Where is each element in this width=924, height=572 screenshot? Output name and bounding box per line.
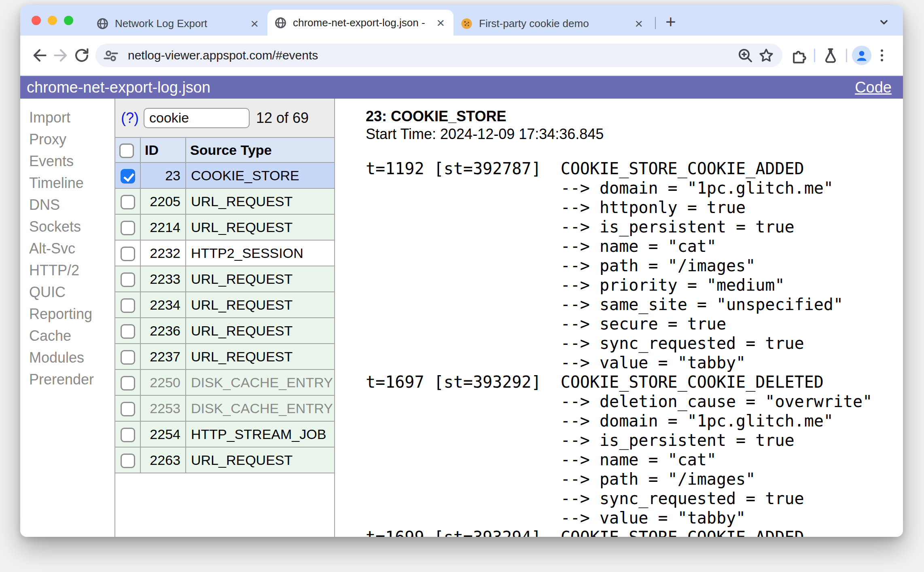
row-id: 2250 <box>140 369 186 395</box>
sidebar-item-dns[interactable]: DNS <box>20 194 114 216</box>
tab-label: First-party cookie demo <box>479 17 627 30</box>
globe-icon <box>274 16 287 30</box>
table-row[interactable]: 23 COOKIE_STORE <box>115 163 334 188</box>
profile-button[interactable] <box>852 46 871 65</box>
row-source-type: URL_REQUEST <box>186 344 334 369</box>
sidebar-item-prerender[interactable]: Prerender <box>20 369 114 390</box>
tab-close-button[interactable]: × <box>632 17 645 30</box>
forward-arrow-icon <box>52 46 70 64</box>
bookmark-button[interactable] <box>756 45 777 66</box>
table-row[interactable]: 2250 DISK_CACHE_ENTRY <box>115 369 334 395</box>
sidebar-item-sockets[interactable]: Sockets <box>20 216 114 238</box>
row-checkbox[interactable] <box>121 376 135 390</box>
detail-title: 23: COOKIE_STORE <box>366 108 903 125</box>
extensions-button[interactable] <box>788 45 809 66</box>
row-id: 2254 <box>140 421 186 447</box>
table-row[interactable]: 2232 HTTP2_SESSION <box>115 240 334 266</box>
row-checkbox[interactable] <box>121 272 135 287</box>
flask-icon <box>822 46 839 64</box>
row-id: 23 <box>140 163 186 188</box>
sidebar-item-reporting[interactable]: Reporting <box>20 303 114 325</box>
traffic-light-zoom-button[interactable] <box>64 16 73 25</box>
row-source-type: HTTP2_SESSION <box>186 240 334 266</box>
tab-close-button[interactable]: × <box>434 16 447 30</box>
code-link[interactable]: Code <box>855 79 892 96</box>
table-row[interactable]: 2236 URL_REQUEST <box>115 318 334 344</box>
browser-toolbar: netlog-viewer.appspot.com/#events <box>20 36 903 76</box>
sidebar-item-modules[interactable]: Modules <box>20 347 114 369</box>
event-list-empty-space <box>115 473 334 537</box>
new-tab-button[interactable]: + <box>659 13 682 31</box>
reload-icon <box>73 46 91 64</box>
row-checkbox[interactable] <box>121 221 135 235</box>
event-detail-pane: 23: COOKIE_STORE Start Time: 2024-12-09 … <box>335 99 903 537</box>
url-text[interactable]: netlog-viewer.appspot.com/#events <box>128 49 735 62</box>
tab-network-log-export[interactable]: Network Log Export × <box>89 11 267 36</box>
tab-close-button[interactable]: × <box>248 17 261 30</box>
table-row[interactable]: 2205 URL_REQUEST <box>115 188 334 214</box>
row-checkbox[interactable] <box>121 324 135 339</box>
table-row[interactable]: 2253 DISK_CACHE_ENTRY <box>115 395 334 421</box>
row-checkbox[interactable] <box>121 169 135 184</box>
reload-button[interactable] <box>71 45 92 66</box>
forward-button[interactable] <box>50 45 71 66</box>
row-checkbox[interactable] <box>121 428 135 442</box>
row-source-type: URL_REQUEST <box>186 318 334 344</box>
row-id: 2232 <box>140 240 186 266</box>
browser-menu-button[interactable] <box>871 45 892 66</box>
sidebar-item-alt-svc[interactable]: Alt-Svc <box>20 238 114 260</box>
row-id: 2205 <box>140 188 186 214</box>
tab-search-chevron-button[interactable] <box>877 15 891 29</box>
table-header-row: ID Source Type <box>115 137 334 163</box>
row-checkbox[interactable] <box>121 402 135 416</box>
row-source-type: COOKIE_STORE <box>186 163 334 188</box>
sidebar-item-cache[interactable]: Cache <box>20 325 114 347</box>
omnibox[interactable]: netlog-viewer.appspot.com/#events <box>95 44 782 67</box>
table-row[interactable]: 2237 URL_REQUEST <box>115 344 334 369</box>
star-icon <box>758 47 775 64</box>
sidebar-item-import[interactable]: Import <box>20 107 114 129</box>
magnifier-plus-icon <box>737 47 754 64</box>
table-row[interactable]: 2233 URL_REQUEST <box>115 266 334 292</box>
row-id: 2233 <box>140 266 186 292</box>
globe-icon <box>96 17 109 30</box>
filter-input[interactable] <box>144 108 250 128</box>
row-source-type: URL_REQUEST <box>186 214 334 240</box>
back-button[interactable] <box>29 45 50 66</box>
zoom-button[interactable] <box>735 45 756 66</box>
row-checkbox[interactable] <box>121 195 135 209</box>
chrome-labs-button[interactable] <box>820 45 841 66</box>
toolbar-divider <box>846 49 847 62</box>
table-row[interactable]: 2214 URL_REQUEST <box>115 214 334 240</box>
window-controls <box>20 5 89 36</box>
row-checkbox-cell <box>115 421 140 447</box>
table-row[interactable]: 2263 URL_REQUEST <box>115 447 334 473</box>
row-checkbox[interactable] <box>121 298 135 313</box>
sidebar-item-proxy[interactable]: Proxy <box>20 129 114 150</box>
traffic-light-minimize-button[interactable] <box>48 16 57 25</box>
event-table: ID Source Type 23 COOKIE_STORE 2205 URL_… <box>115 137 334 473</box>
table-row[interactable]: 2254 HTTP_STREAM_JOB <box>115 421 334 447</box>
tab-chrome-net-export-log[interactable]: chrome-net-export-log.json - × <box>267 10 454 36</box>
table-row[interactable]: 2234 URL_REQUEST <box>115 292 334 318</box>
filter-result-count: 12 of 69 <box>256 110 309 127</box>
browser-window: Network Log Export × chrome-net-export-l… <box>20 5 903 537</box>
row-checkbox-cell <box>115 318 140 344</box>
row-source-type: URL_REQUEST <box>186 266 334 292</box>
filter-help-link[interactable]: (?) <box>121 110 139 127</box>
site-info-button[interactable] <box>100 45 121 66</box>
select-all-cell <box>115 137 140 163</box>
row-id: 2253 <box>140 395 186 421</box>
tab-first-party-cookie-demo[interactable]: First-party cookie demo × <box>454 11 652 36</box>
sidebar-item-events[interactable]: Events <box>20 150 114 172</box>
row-checkbox[interactable] <box>121 247 135 261</box>
select-all-checkbox[interactable] <box>119 144 134 158</box>
row-checkbox[interactable] <box>121 454 135 468</box>
sidebar-item-http-2[interactable]: HTTP/2 <box>20 260 114 281</box>
puzzle-icon <box>790 46 807 64</box>
event-log: t=1192 [st=392787] COOKIE_STORE_COOKIE_A… <box>366 159 903 537</box>
sidebar-item-timeline[interactable]: Timeline <box>20 172 114 194</box>
row-checkbox[interactable] <box>121 350 135 365</box>
sidebar-item-quic[interactable]: QUIC <box>20 281 114 303</box>
traffic-light-close-button[interactable] <box>32 16 41 25</box>
